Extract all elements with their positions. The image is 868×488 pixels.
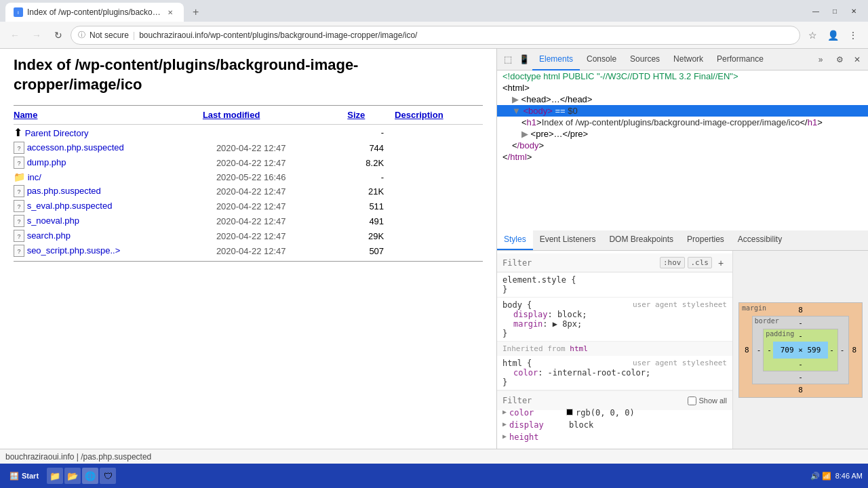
file-date-cell: 2020-04-22 12:47 [203, 184, 347, 199]
dom-line[interactable]: ▶ <head>…</head> [497, 94, 868, 105]
tab-bar: i Index of /wp-content/plugins/backo… ✕ … [5, 0, 205, 22]
content-size: 709 × 599 [773, 342, 828, 359]
col-name: Name [14, 108, 203, 125]
file-desc-cell [395, 214, 483, 228]
col-size: Size [347, 108, 395, 125]
file-link[interactable]: seo_script.php.suspe..> [27, 245, 121, 256]
html-selector: html { [502, 359, 532, 368]
file-name-cell: ? dump.php [14, 155, 203, 170]
sort-modified-link[interactable]: Last modified [203, 110, 260, 120]
minimize-button[interactable]: — [807, 4, 825, 18]
file-size-cell: - [347, 170, 395, 184]
forward-button[interactable]: → [27, 26, 46, 45]
file-name-cell: ? seo_script.php.suspe..> [14, 243, 203, 258]
panel-tab-accessibility[interactable]: Accessibility [731, 230, 789, 250]
sort-name-link[interactable]: Name [14, 110, 37, 120]
new-tab-button[interactable]: + [186, 3, 205, 22]
dom-line[interactable]: </body> [497, 140, 868, 151]
panel-tab-properties[interactable]: Properties [680, 230, 731, 250]
more-tabs-button[interactable]: » [812, 52, 829, 68]
file-link[interactable]: s_noeval.php [27, 216, 79, 226]
file-size-cell: 491 [347, 214, 395, 228]
sort-size-link[interactable]: Size [347, 110, 365, 120]
panel-tab-dom-breakpoints[interactable]: DOM Breakpoints [602, 230, 680, 250]
maximize-button[interactable]: □ [826, 4, 844, 18]
rule-selector: element.style { [502, 275, 576, 285]
file-size-cell: 29K [347, 228, 395, 243]
computed-prop-name: height [509, 432, 564, 442]
computed-triangle[interactable]: ▶ [502, 432, 507, 442]
security-icon: ⓘ [78, 30, 85, 40]
computed-triangle[interactable]: ▶ [502, 408, 507, 418]
tab-title: Index of /wp-content/plugins/backo… [27, 7, 161, 17]
dom-line[interactable]: <h1>Index of /wp-content/plugins/backgro… [497, 117, 868, 128]
file-link[interactable]: pas.php.suspected [27, 186, 101, 196]
bookmark-button[interactable]: ☆ [803, 26, 822, 45]
taskbar-folder-icon[interactable]: 📂 [64, 468, 81, 484]
main-area: Index of /wp-content/plugins/background-… [0, 49, 868, 449]
active-tab[interactable]: i Index of /wp-content/plugins/backo… ✕ [5, 3, 184, 22]
file-link[interactable]: search.php [27, 230, 71, 241]
taskbar-browser-icon[interactable]: 🌐 [82, 468, 98, 484]
inspect-element-button[interactable]: ⬚ [500, 52, 516, 68]
dom-tree[interactable]: <!doctype html PUBLIC "-//W3C//DTD HTML … [497, 70, 868, 230]
devtools-tab-sources[interactable]: Sources [623, 49, 667, 70]
reload-button[interactable]: ↻ [49, 26, 68, 45]
border-left-value: - [755, 346, 764, 354]
computed-prop-name: display [509, 420, 564, 430]
file-link[interactable]: accesson.php.suspected [27, 142, 124, 152]
status-bar: bouchraziraoui.info | /pas.php.suspected [0, 449, 868, 464]
panel-tab-styles[interactable]: Styles [497, 230, 533, 250]
device-toggle-button[interactable]: 📱 [516, 52, 532, 68]
hover-filter-button[interactable]: :hov [660, 257, 685, 268]
taskbar-files-icon[interactable]: 📁 [47, 468, 63, 484]
class-filter-button[interactable]: .cls [688, 257, 713, 268]
file-desc-cell [395, 170, 483, 184]
settings-button[interactable]: ⚙ [831, 52, 848, 68]
taskbar-shield-icon[interactable]: 🛡 [100, 468, 116, 484]
address-bar[interactable]: ⓘ Not secure | bouchraziraoui.info/wp-co… [71, 26, 800, 45]
devtools-tab-performance[interactable]: Performance [710, 49, 770, 70]
dom-line[interactable]: ▼ <body> == $0 [497, 105, 868, 117]
devtools-tab-network[interactable]: Network [667, 49, 710, 70]
add-style-button[interactable]: + [715, 257, 727, 269]
dom-line[interactable]: <!doctype html PUBLIC "-//W3C//DTD HTML … [497, 70, 868, 82]
devtools-tab-console[interactable]: Console [580, 49, 623, 70]
style-prop: margin: ▶ 8px; [502, 319, 727, 329]
computed-filter-input[interactable] [502, 396, 685, 405]
separator [14, 105, 483, 106]
start-button[interactable]: 🪟 Start [3, 469, 45, 483]
table-row: ? s_noeval.php 2020-04-22 12:47 491 [14, 214, 483, 228]
file-size-cell: 8.2K [347, 155, 395, 170]
close-button[interactable]: ✕ [845, 4, 863, 18]
panel-tab-event-listeners[interactable]: Event Listeners [533, 230, 603, 250]
address-divider: | [133, 30, 135, 40]
show-all-checkbox[interactable] [688, 396, 696, 405]
devtools-actions: ⚙ ✕ [831, 52, 865, 68]
style-rule: element.style {} [497, 272, 732, 298]
computed-props: ▶ color rgb(0, 0, 0) ▶ display block ▶ h… [497, 404, 732, 446]
back-button[interactable]: ← [5, 26, 24, 45]
tab-close-button[interactable]: ✕ [165, 7, 176, 18]
file-link[interactable]: Parent Directory [25, 128, 89, 138]
color-swatch [566, 408, 573, 418]
profile-button[interactable]: 👤 [823, 26, 842, 45]
file-size-cell: 744 [347, 140, 395, 155]
status-text: bouchraziraoui.info | /pas.php.suspected [5, 452, 151, 462]
sort-desc-link[interactable]: Description [395, 110, 443, 120]
filter-input[interactable] [502, 258, 657, 268]
dom-line[interactable]: ▶ <pre>…</pre> [497, 128, 868, 140]
dom-line[interactable]: </html> [497, 151, 868, 163]
menu-button[interactable]: ⋮ [844, 26, 863, 45]
file-link[interactable]: s_eval.php.suspected [27, 201, 113, 211]
computed-prop-value: block [569, 420, 593, 430]
file-link[interactable]: dump.php [27, 157, 66, 167]
file-link[interactable]: inc/ [28, 172, 41, 182]
file-date-cell: 2020-05-22 16:46 [203, 170, 347, 184]
rule-close: } [502, 285, 727, 294]
close-devtools-button[interactable]: ✕ [849, 52, 865, 68]
dom-line[interactable]: <html> [497, 82, 868, 94]
devtools-tab-elements[interactable]: Elements [532, 49, 580, 70]
computed-triangle[interactable]: ▶ [502, 420, 507, 430]
table-row: ? search.php 2020-04-22 12:47 29K [14, 228, 483, 243]
